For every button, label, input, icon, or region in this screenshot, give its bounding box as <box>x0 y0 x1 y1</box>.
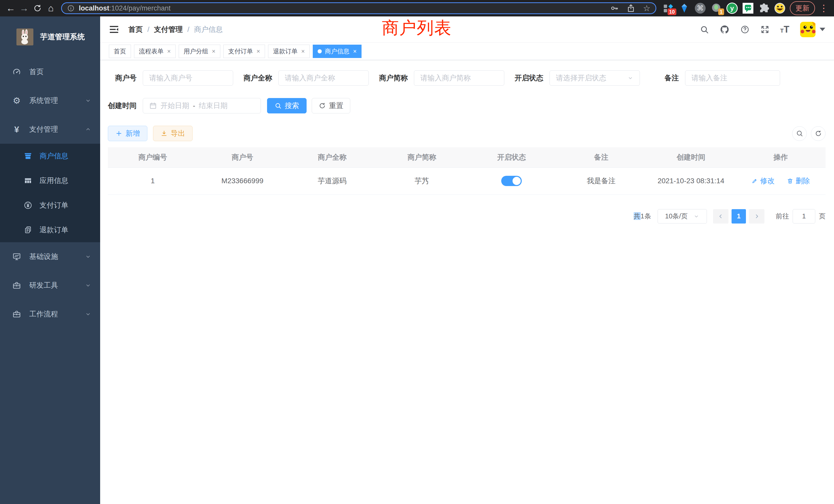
site-info-icon[interactable] <box>67 4 75 12</box>
gear-icon: ⚙ <box>12 95 22 106</box>
browser-menu-icon[interactable]: ⋮ <box>817 3 830 14</box>
download-icon <box>160 130 168 137</box>
avatar <box>800 22 815 37</box>
chevron-down-icon <box>85 311 91 317</box>
grid-icon <box>23 177 33 185</box>
sidebar-item-dev-tools[interactable]: 研发工具 <box>0 271 100 300</box>
page-1-button[interactable]: 1 <box>731 209 746 224</box>
col-remark: 备注 <box>556 147 646 167</box>
sidebar-item-payment[interactable]: ¥ 支付管理 <box>0 115 100 144</box>
extension-kanban-icon[interactable]: 10 <box>662 2 674 14</box>
browser-back-button[interactable]: ← <box>4 2 18 15</box>
status-toggle[interactable] <box>501 176 522 186</box>
search-button[interactable]: 搜索 <box>267 98 307 113</box>
close-icon[interactable]: × <box>167 48 171 55</box>
yen-circle-icon <box>23 201 33 210</box>
edit-link[interactable]: 修改 <box>751 176 774 186</box>
browser-home-button[interactable]: ⌂ <box>44 2 58 15</box>
tab-merchant-info[interactable]: 商户信息× <box>313 45 361 58</box>
merchant-name-input[interactable]: 请输入商户全称 <box>278 70 369 86</box>
close-icon[interactable]: × <box>257 48 260 55</box>
page-unit-label: 页 <box>819 212 826 221</box>
col-merchant-no: 商户号 <box>197 147 287 167</box>
tab-user-group[interactable]: 用户分组× <box>179 45 220 58</box>
table-header-row: 商户编号 商户号 商户全称 商户简称 开启状态 备注 创建时间 操作 <box>108 147 826 167</box>
page-size-select[interactable]: 10条/页 <box>658 209 707 224</box>
extension-gem-icon[interactable] <box>678 2 690 14</box>
sidebar-item-refund-order[interactable]: 退款订单 <box>0 217 100 242</box>
logo-rabbit-image <box>17 28 34 45</box>
sidebar-item-home[interactable]: 首页 <box>0 58 100 86</box>
delete-link[interactable]: 删除 <box>787 176 810 186</box>
browser-update-button[interactable]: 更新 <box>790 1 815 15</box>
emoji-avatar-icon[interactable] <box>774 2 786 14</box>
browser-toolbar: ← → ⌂ localhost:1024/pay/merchant ☆ 10 ⌘ <box>0 0 834 17</box>
font-size-icon[interactable]: TT <box>780 25 789 34</box>
reset-button[interactable]: 重置 <box>312 98 350 113</box>
password-key-icon[interactable] <box>610 4 619 13</box>
extension-yudao-icon[interactable]: y <box>726 2 738 14</box>
command-icon: ⌘ <box>695 3 706 14</box>
help-icon[interactable] <box>740 25 749 34</box>
table-toolbar: 新增 导出 <box>108 126 826 141</box>
merchant-short-label: 商户简称 <box>379 73 408 83</box>
close-icon[interactable]: × <box>212 48 215 55</box>
sidebar-item-workflow[interactable]: 工作流程 <box>0 300 100 328</box>
sidebar-item-pay-order[interactable]: 支付订单 <box>0 193 100 217</box>
status-select[interactable]: 请选择开启状态 <box>549 70 640 86</box>
merchant-table: 商户编号 商户号 商户全称 商户简称 开启状态 备注 创建时间 操作 1 M23… <box>108 147 826 195</box>
extension-chat-icon[interactable] <box>742 2 754 14</box>
calendar-icon <box>149 102 157 110</box>
tab-process-form[interactable]: 流程表单× <box>134 45 176 58</box>
refresh-table-button[interactable] <box>811 126 826 141</box>
address-bar[interactable]: localhost:1024/pay/merchant ☆ <box>61 2 656 14</box>
github-icon[interactable] <box>720 25 729 35</box>
breadcrumb-payment[interactable]: 支付管理 <box>154 25 183 35</box>
chevron-right-icon <box>754 213 760 220</box>
breadcrumb: 首页 / 支付管理 / 商户信息 <box>128 25 223 35</box>
extension-command-icon[interactable]: ⌘ <box>694 2 706 14</box>
header-search-icon[interactable] <box>700 25 709 34</box>
add-button[interactable]: 新增 <box>108 126 147 141</box>
refresh-icon <box>319 102 326 109</box>
browser-forward-button[interactable]: → <box>18 2 31 15</box>
prev-page-button[interactable] <box>713 209 728 224</box>
share-icon[interactable] <box>627 4 635 13</box>
toggle-search-button[interactable] <box>792 126 807 141</box>
tab-home[interactable]: 首页 <box>109 45 131 58</box>
goto-page-input[interactable]: 1 <box>793 209 815 224</box>
breadcrumb-home[interactable]: 首页 <box>128 25 143 35</box>
col-actions: 操作 <box>736 147 826 167</box>
sidebar-item-infrastructure[interactable]: 基础设施 <box>0 242 100 271</box>
sidebar: 芋道管理系统 首页 ⚙ 系统管理 ¥ 支付管理 <box>0 17 100 504</box>
reload-icon <box>34 4 42 12</box>
filter-row-2: 创建时间 开始日期 - 结束日期 搜索 重置 <box>108 98 826 113</box>
next-page-button[interactable] <box>749 209 764 224</box>
sidebar-item-merchant-info[interactable]: 商户信息 <box>0 144 100 168</box>
sidebar-item-system[interactable]: ⚙ 系统管理 <box>0 86 100 115</box>
merchant-short-input[interactable]: 请输入商户简称 <box>414 70 504 86</box>
extensions-puzzle-icon[interactable] <box>758 2 770 14</box>
tab-pay-order[interactable]: 支付订单× <box>223 45 265 58</box>
create-time-range-input[interactable]: 开始日期 - 结束日期 <box>143 98 261 113</box>
user-menu[interactable] <box>800 22 825 37</box>
edit-pencil-icon <box>751 178 758 184</box>
export-button[interactable]: 导出 <box>153 126 193 141</box>
close-icon[interactable]: × <box>301 48 305 55</box>
chevron-down-icon <box>85 97 91 104</box>
sidebar-fold-icon[interactable] <box>109 25 119 34</box>
merchant-no-input[interactable]: 请输入商户号 <box>143 70 233 86</box>
goto-label: 前往 <box>776 212 789 221</box>
close-icon[interactable]: × <box>353 48 357 55</box>
create-time-label: 创建时间 <box>108 101 137 111</box>
remark-input[interactable]: 请输入备注 <box>685 70 780 86</box>
extension-proxy-icon[interactable]: 1 <box>710 2 722 14</box>
browser-reload-button[interactable] <box>31 2 44 15</box>
bookmark-star-icon[interactable]: ☆ <box>643 3 651 13</box>
plus-icon <box>115 130 123 137</box>
fullscreen-icon[interactable] <box>760 25 770 34</box>
tab-refund-order[interactable]: 退款订单× <box>268 45 310 58</box>
trash-icon <box>787 178 793 184</box>
pagination-total: 共1条 <box>634 212 652 221</box>
sidebar-item-app-info[interactable]: 应用信息 <box>0 168 100 193</box>
